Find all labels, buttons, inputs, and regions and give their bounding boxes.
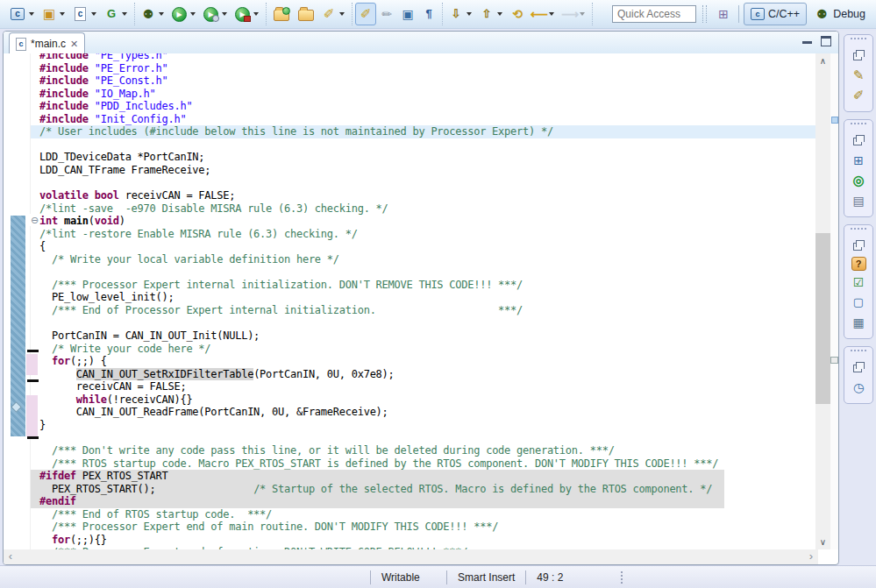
code-line[interactable]: PE_low_level_init(); [4, 291, 818, 304]
vertical-scrollbar[interactable]: ∧ ∨ [815, 53, 830, 549]
code-line[interactable]: /*lint -save -e970 Disable MISRA rule (6… [4, 202, 818, 216]
toggle-mark-occurrences-button[interactable]: ✐ [355, 3, 376, 25]
code-line[interactable]: CAN_IN_OUT_SetRxIDFilterTable(PortCanIN,… [4, 368, 818, 381]
minimize-icon[interactable] [802, 39, 812, 44]
open-console-button[interactable]: ▣ [397, 3, 418, 25]
code-line[interactable]: for(;;) { [4, 355, 818, 368]
run-last-launch-button[interactable]: ▶ [200, 3, 231, 25]
back-button[interactable]: ⟵ [528, 3, 559, 25]
code-line[interactable]: int main(void) [4, 215, 818, 228]
code-line[interactable]: #ifdef PEX_RTOS_START [4, 470, 818, 483]
code-line[interactable]: #include "PE_Types.h" [4, 53, 818, 62]
code-line[interactable]: /* Write your local variable definition … [4, 253, 818, 266]
dropdown-caret-icon[interactable] [253, 12, 259, 16]
code-line[interactable]: while(!receivCAN){} [4, 393, 818, 407]
dropdown-caret-icon[interactable] [222, 12, 227, 16]
run-button[interactable]: ▶ [168, 3, 200, 25]
vertical-scroll-thumb[interactable] [815, 233, 830, 404]
console2-icon[interactable]: ▢ [849, 294, 868, 311]
code-line[interactable]: #include "PE_Error.h" [4, 62, 818, 75]
code-line[interactable]: /*lint -restore Enable MISRA rule (6.3) … [4, 228, 818, 241]
code-line[interactable] [4, 266, 818, 279]
code-line[interactable]: /*** End of Processor Expert internal in… [4, 304, 818, 317]
restore-icon[interactable] [849, 237, 868, 254]
new-project-button[interactable]: ▣ [39, 3, 69, 25]
dropdown-caret-icon[interactable] [497, 12, 502, 16]
code-line[interactable]: /*** Don't write any code pass this line… [4, 444, 818, 457]
code-line[interactable]: PortCanIN = CAN_IN_OUT_Init(NULL); [4, 329, 818, 343]
code-line[interactable]: for(;;){} [4, 534, 818, 547]
overview-mark[interactable] [830, 357, 838, 364]
scroll-down-icon[interactable]: ∨ [815, 535, 830, 549]
code-line[interactable]: /*** RTOS startup code. Macro PEX_RTOS_S… [4, 457, 818, 471]
code-line[interactable]: #endif [4, 495, 818, 508]
scroll-left-icon[interactable]: ‹ [4, 549, 18, 564]
code-line[interactable]: LDD_TDeviceData *PortCanIN; [4, 151, 818, 164]
status-insert-mode[interactable]: Smart Insert [446, 570, 525, 584]
tab-main-c[interactable]: c *main.c ✕ [9, 32, 85, 54]
tab-close-icon[interactable]: ✕ [70, 39, 78, 49]
code-line[interactable]: /*** Processor Expert end of main routin… [4, 521, 818, 534]
code-line[interactable]: #include "PDD_Includes.h" [4, 100, 818, 113]
quick-access-input[interactable] [612, 5, 696, 23]
dropdown-caret-icon[interactable] [159, 12, 164, 16]
pen-icon[interactable]: ✎ [849, 67, 868, 84]
dropdown-caret-icon[interactable] [466, 12, 472, 16]
history-help-icon[interactable]: ◷ [849, 379, 868, 396]
forward-button[interactable]: ⟶ [559, 3, 589, 25]
code-line[interactable]: #include "Init_Config.h" [4, 113, 818, 126]
restore-icon[interactable] [849, 358, 868, 376]
run-coverage-button[interactable]: ▶ [231, 3, 263, 25]
code-line[interactable]: receivCAN = FALSE; [4, 380, 818, 393]
code-line[interactable]: /*** End of RTOS startup code. ***/ [4, 508, 818, 521]
maximize-icon[interactable] [821, 36, 831, 46]
dropdown-caret-icon[interactable] [60, 12, 65, 16]
table-icon[interactable]: ▦ [849, 314, 868, 331]
code-line[interactable]: PEX_RTOS_START(); /* Startup of the sele… [4, 483, 818, 496]
components-icon[interactable]: ⊞ [849, 152, 868, 169]
last-edit-location-button[interactable]: ⟲ [507, 3, 528, 25]
dropdown-caret-icon[interactable] [549, 12, 554, 16]
open-project-button[interactable] [294, 3, 318, 25]
open-perspective-button[interactable]: ⊞ [713, 3, 734, 25]
user-help-icon[interactable]: ? [851, 257, 866, 271]
next-annotation-button[interactable]: ⇩ [445, 3, 476, 25]
dropdown-caret-icon[interactable] [91, 12, 96, 16]
code-line[interactable]: #include "PE_Const.h" [4, 74, 818, 88]
dropdown-caret-icon[interactable] [580, 12, 585, 16]
code-line[interactable] [4, 176, 818, 189]
restore-icon[interactable] [849, 131, 868, 149]
tray-drag-handle[interactable] [851, 228, 866, 234]
fold-collapse-icon[interactable]: ⊖ [30, 214, 39, 226]
horizontal-scrollbar[interactable]: ‹ › [4, 549, 818, 564]
format-brush-button[interactable]: ✐ [318, 3, 349, 25]
tray-drag-handle[interactable] [851, 350, 866, 356]
target-icon[interactable]: ◎ [849, 172, 868, 189]
code-line[interactable]: /* User includes (#include below this li… [4, 125, 818, 138]
debug-button[interactable]: ⚉ [138, 3, 168, 25]
scroll-up-icon[interactable]: ∧ [815, 53, 830, 68]
log-icon[interactable]: ▤ [849, 192, 868, 209]
clear-marks-button[interactable]: ✏ [376, 3, 397, 25]
code-line[interactable] [4, 138, 818, 152]
annotation-ruler[interactable] [4, 53, 31, 549]
new-c-project-button[interactable]: c [6, 3, 39, 25]
new-c-file-button[interactable]: c [69, 3, 101, 25]
code-line[interactable]: { [4, 240, 818, 253]
perspective-cpp-button[interactable]: c C/C++ [744, 3, 807, 25]
dropdown-caret-icon[interactable] [29, 12, 34, 16]
code-line[interactable]: } [4, 419, 818, 432]
code-line[interactable]: /*** Processor Expert internal initializ… [4, 279, 818, 292]
tray-drag-handle[interactable] [851, 38, 866, 44]
show-whitespace-button[interactable]: ¶ [418, 3, 439, 25]
code-line[interactable]: #include "IO_Map.h" [4, 88, 818, 101]
perspective-debug-button[interactable]: ⚉ Debug [807, 3, 872, 25]
tasks-icon[interactable]: ☑ [849, 273, 868, 291]
code-line[interactable]: /* Write your code here */ [4, 343, 818, 356]
previous-annotation-button[interactable]: ⇧ [476, 3, 507, 25]
open-pe-project-button[interactable] [269, 3, 294, 25]
dropdown-caret-icon[interactable] [190, 12, 196, 16]
code-line[interactable]: CAN_IN_OUT_ReadFrame(PortCanIN, 0U, &Fra… [4, 406, 818, 419]
tray-drag-handle[interactable] [851, 123, 866, 129]
code-line[interactable]: volatile bool receivCAN = FALSE; [4, 189, 818, 202]
